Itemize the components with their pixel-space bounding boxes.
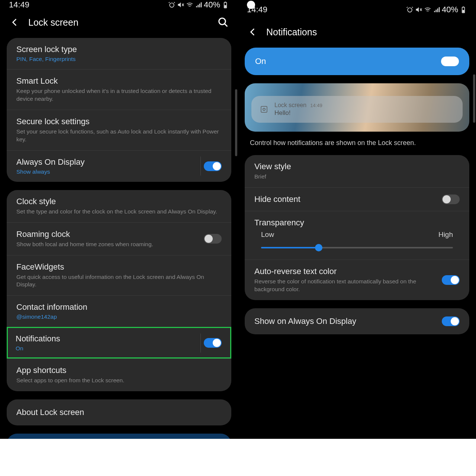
svg-point-0 [170,3,174,7]
svg-point-4 [219,18,226,25]
row-always-on-display[interactable]: Always On Display Show always [7,150,231,182]
row-title: Hide content [254,194,436,204]
row-title: View style [254,162,460,171]
row-smart-lock[interactable]: Smart Lock Keep your phone unlocked when… [7,69,231,110]
signal-icon [433,6,440,13]
notification-time: 14:49 [310,103,322,108]
card-aod: Show on Always On Display [245,308,469,334]
row-subtitle: PIN, Face, Fingerprints [16,56,222,62]
page-title: Notifications [266,27,317,38]
toggle-hide-content[interactable] [442,194,460,204]
battery-pct: 40% [442,5,458,15]
row-transparency: Transparency Low High [245,211,469,260]
row-clock-style[interactable]: Clock style Set the type and color for t… [7,190,231,222]
header: Lock screen [0,10,238,38]
back-button[interactable] [8,16,22,29]
row-title: Secure lock settings [16,117,222,126]
notification-app-name: Lock screen [274,102,306,109]
svg-rect-2 [225,5,226,8]
toggle-notifications[interactable] [204,338,222,348]
signal-icon [195,1,202,9]
row-subtitle: Brief [254,173,460,181]
row-subtitle: Set the type and color for the clock on … [16,208,222,216]
scrollbar[interactable] [473,74,475,123]
row-subtitle: Reverse the color of notification text a… [254,278,436,293]
row-title: Auto-reverse text color [254,267,436,276]
row-title: Notifications [16,334,198,344]
svg-rect-8 [463,7,464,7]
toggle-aod[interactable] [204,161,222,171]
toggle-roaming-clock[interactable] [204,234,222,244]
toggle-show-on-aod[interactable] [442,316,460,326]
transparency-slider-track[interactable] [261,247,453,248]
row-subtitle: Show both local and home time zones when… [16,241,198,248]
svg-rect-7 [463,10,464,13]
master-toggle[interactable] [441,57,459,66]
row-title: App shortcuts [16,366,222,375]
row-roaming-clock[interactable]: Roaming clock Show both local and home t… [7,222,231,255]
row-secure-lock-settings[interactable]: Secure lock settings Set your secure loc… [7,110,231,150]
row-screen-lock-type[interactable]: Screen lock type PIN, Face, Fingerprints [7,38,231,69]
row-title: Screen lock type [16,45,222,54]
hint-text: Control how notifications are shown on t… [245,135,469,155]
row-subtitle: Set your secure lock functions, such as … [16,128,222,144]
toggle-divider [200,334,201,352]
row-facewidgets[interactable]: FaceWidgets Get quick access to useful i… [7,255,231,296]
wifi-icon [186,1,193,9]
row-subtitle: Show always [16,168,198,175]
row-view-style[interactable]: View style Brief [245,155,469,187]
status-right: 40% [168,0,229,10]
row-show-on-aod[interactable]: Show on Always On Display [245,308,469,334]
svg-rect-3 [225,2,226,3]
svg-rect-9 [261,106,267,112]
row-title: Smart Lock [16,76,222,86]
label-high: High [438,231,453,239]
notification-body: Hello! [274,109,322,117]
row-hide-content[interactable]: Hide content [245,187,469,211]
master-toggle-row[interactable]: On [245,48,469,75]
status-time: 14:49 [9,0,29,10]
row-title: FaceWidgets [16,262,222,272]
notification-preview: Lock screen 14:49 Hello! [245,83,469,132]
toggle-divider [200,157,201,175]
mute-icon [177,1,184,9]
settings-icon [259,104,269,115]
mute-icon [415,6,422,13]
card-appearance: Clock style Set the type and color for t… [7,190,231,392]
row-notifications[interactable]: Notifications On [7,327,231,358]
battery-pct: 40% [204,0,220,10]
row-subtitle: @simone142ap [16,313,222,320]
search-button[interactable] [216,16,230,29]
row-about-lock-screen[interactable]: About Lock screen [7,399,231,425]
row-subtitle: Select apps to open from the Lock screen… [16,377,222,385]
row-title: About Lock screen [16,408,222,417]
slider-thumb[interactable] [315,244,322,251]
row-subtitle: Keep your phone unlocked when it's in a … [16,87,222,103]
row-title: Transparency [254,218,460,228]
svg-point-5 [408,8,412,12]
row-subtitle: On [16,345,198,352]
row-title: Roaming clock [16,229,198,239]
toggle-auto-reverse[interactable] [442,275,460,285]
battery-icon [222,1,229,9]
row-subtitle: Get quick access to useful information o… [16,273,222,289]
header: Notifications [238,19,476,48]
row-title: Show on Always On Display [254,316,436,326]
row-auto-reverse[interactable]: Auto-reverse text color Reverse the colo… [245,260,469,300]
svg-point-10 [263,108,265,110]
label-low: Low [261,231,274,239]
card-security: Screen lock type PIN, Face, Fingerprints… [7,38,231,182]
alarm-icon [168,1,176,9]
row-contact-information[interactable]: Contact information @simone142ap [7,295,231,327]
row-app-shortcuts[interactable]: App shortcuts Select apps to open from t… [7,358,231,391]
status-right: 40% [406,5,467,15]
status-bar: 14:49 40% [238,0,476,19]
back-button[interactable] [246,25,260,39]
notification-text: Lock screen 14:49 Hello! [274,102,322,117]
master-toggle-label: On [255,57,266,66]
row-title: Always On Display [16,157,198,167]
row-title: Contact information [16,302,222,312]
scrollbar[interactable] [235,89,237,156]
slider-fill [261,247,319,248]
card-about: About Lock screen [7,399,231,425]
